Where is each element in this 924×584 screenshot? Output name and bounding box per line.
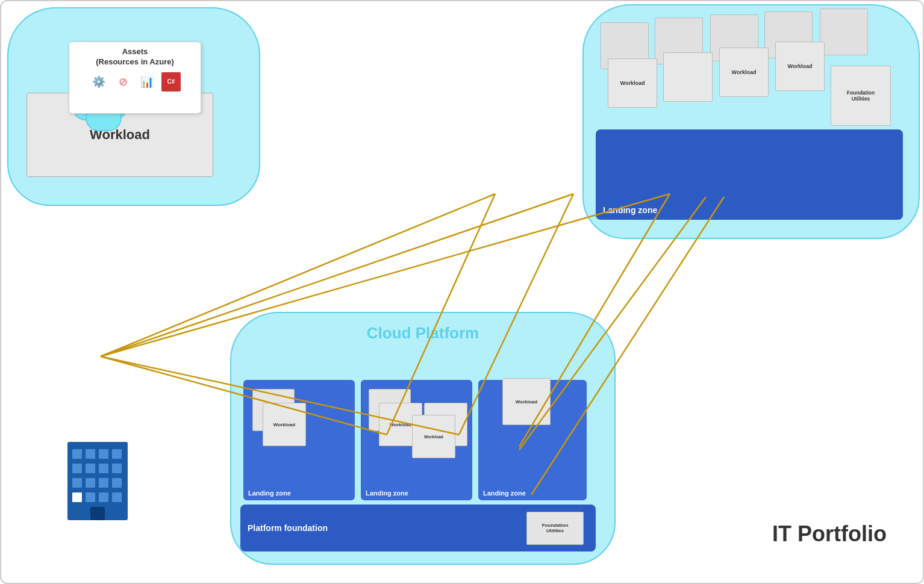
landing-zone-label-bc2: Landing zone xyxy=(366,489,408,497)
workload-label-bc2: Workload xyxy=(390,422,411,427)
it-portfolio-label: IT Portfolio xyxy=(772,521,887,547)
foundation-label-bottom: FoundationUtilities xyxy=(542,523,569,533)
svg-rect-16 xyxy=(86,464,95,473)
platform-foundation-bar: Platform foundation FoundationUtilities xyxy=(240,505,596,551)
platform-foundation-label: Platform foundation xyxy=(248,523,526,533)
gear-icon: ⚙️ xyxy=(89,72,108,92)
cube-tr-front2 xyxy=(663,52,713,102)
diagram-container: Assets(Resources in Azure) ⚙️ ⊘ 📊 C# Wor… xyxy=(0,0,924,584)
svg-rect-18 xyxy=(112,464,122,473)
foundation-box-bottom: FoundationUtilities xyxy=(526,512,584,545)
svg-rect-25 xyxy=(99,492,108,502)
svg-rect-11 xyxy=(72,449,82,459)
cube-bc2-front3: Workload xyxy=(412,415,455,458)
svg-rect-24 xyxy=(86,492,95,502)
svg-rect-14 xyxy=(112,449,122,459)
svg-rect-17 xyxy=(99,464,108,473)
cloud-topleft: Assets(Resources in Azure) ⚙️ ⊘ 📊 C# Wor… xyxy=(7,7,260,206)
svg-rect-15 xyxy=(72,464,82,473)
cloud-bottom: Cloud Platform Landing zone Workload Lan… xyxy=(230,312,616,565)
svg-rect-22 xyxy=(112,478,122,488)
foundation-label-topright: FoundationUtilities xyxy=(847,90,875,102)
svg-rect-23 xyxy=(72,492,82,502)
svg-rect-21 xyxy=(99,478,108,488)
building-icon xyxy=(61,418,134,529)
landing-zone-topright: Landing zone xyxy=(596,129,903,220)
workload-label-tr1: Workload xyxy=(620,80,645,86)
cube-tr-back5 xyxy=(820,8,868,55)
cube-bc1-front: Workload xyxy=(263,403,306,446)
workload-label-tr3: Workload xyxy=(788,63,813,69)
cube-tr-front4: Workload xyxy=(775,42,825,91)
svg-rect-20 xyxy=(86,478,95,488)
landing-zone-label-bc1: Landing zone xyxy=(248,489,291,497)
foundation-box-topright: FoundationUtilities xyxy=(831,66,891,126)
chart-icon: 📊 xyxy=(137,72,157,92)
svg-rect-27 xyxy=(90,507,105,520)
cube-tr-front3: Workload xyxy=(719,48,769,97)
svg-rect-12 xyxy=(86,449,95,459)
monitor-icon: ⊘ xyxy=(113,72,133,92)
svg-rect-13 xyxy=(99,449,108,459)
workload-label-bc5: Workload xyxy=(516,399,537,405)
assets-title: Assets(Resources in Azure) xyxy=(76,47,193,67)
cube-bc3: Workload xyxy=(502,378,551,425)
code-icon: C# xyxy=(161,72,181,92)
landing-zone-label-bc3: Landing zone xyxy=(483,489,526,497)
landing-zone-label-topright: Landing zone xyxy=(603,205,657,215)
svg-rect-19 xyxy=(72,478,82,488)
workload-label-bc4: Workload xyxy=(424,435,443,439)
cloud-topright: Landing zone Workload Workload Workload … xyxy=(582,4,920,239)
assets-card: Assets(Resources in Azure) ⚙️ ⊘ 📊 C# xyxy=(69,42,201,114)
cube-tr-front1: Workload xyxy=(608,58,657,108)
assets-icons: ⚙️ ⊘ 📊 C# xyxy=(76,72,193,92)
svg-rect-26 xyxy=(112,492,122,502)
cloud-platform-label: Cloud Platform xyxy=(367,324,479,343)
workload-label-tr2: Workload xyxy=(732,69,757,75)
workload-label-bc1: Workload xyxy=(273,422,295,427)
